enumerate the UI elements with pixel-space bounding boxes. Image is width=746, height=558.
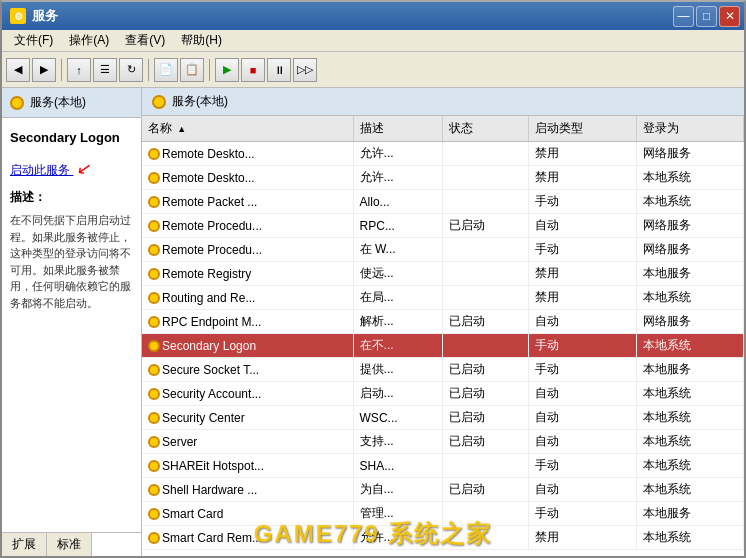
service-logon-cell: 本地服务	[636, 262, 743, 286]
service-name-text: Smart Card	[162, 507, 223, 521]
table-row[interactable]: Secure Socket T...提供...已启动手动本地服务	[142, 358, 744, 382]
tab-extended[interactable]: 扩展	[2, 533, 47, 556]
service-desc-cell: 管理...	[353, 502, 443, 526]
service-name-text: Smart Card Rem...	[162, 531, 262, 545]
service-status-cell	[443, 454, 529, 478]
services-table[interactable]: 名称 ▲ 描述 状态 启动类型 登录为 Remote Deskto...允许..…	[142, 116, 744, 556]
table-row[interactable]: Server支持...已启动自动本地系统	[142, 430, 744, 454]
left-panel-title: 服务(本地)	[30, 94, 86, 111]
col-name[interactable]: 名称 ▲	[142, 116, 353, 142]
service-name-text: Remote Procedu...	[162, 219, 262, 233]
table-row[interactable]: Smart Card管理...手动本地服务	[142, 502, 744, 526]
stop-service-button[interactable]: ■	[241, 58, 265, 82]
service-name-text: Remote Procedu...	[162, 243, 262, 257]
forward-button[interactable]: ▶	[32, 58, 56, 82]
up-button[interactable]: ↑	[67, 58, 91, 82]
service-icon	[148, 244, 160, 256]
service-desc-cell: 解析...	[353, 310, 443, 334]
table-row[interactable]: Remote Packet ...Allo...手动本地系统	[142, 190, 744, 214]
pause-service-button[interactable]: ⏸	[267, 58, 291, 82]
left-panel-body: Secondary Logon 启动此服务 ↙ 描述： 在不同凭据下启用启动过程…	[2, 118, 141, 532]
service-startup-cell: 禁用	[529, 142, 636, 166]
menu-file[interactable]: 文件(F)	[6, 30, 61, 51]
table-row[interactable]: Remote Deskto...允许...禁用本地系统	[142, 166, 744, 190]
col-logon[interactable]: 登录为	[636, 116, 743, 142]
table-row[interactable]: SHAREit Hotspot...SHA...手动本地系统	[142, 454, 744, 478]
service-name-cell: Remote Packet ...	[142, 190, 353, 214]
import-button[interactable]: 📋	[180, 58, 204, 82]
service-desc-cell: RPC...	[353, 214, 443, 238]
table-row[interactable]: Secondary Logon在不...手动本地系统	[142, 334, 744, 358]
service-name-text: Remote Packet ...	[162, 195, 257, 209]
table-row[interactable]: Remote Procedu...RPC...已启动自动网络服务	[142, 214, 744, 238]
service-icon	[148, 316, 160, 328]
table-row[interactable]: Routing and Re...在局...禁用本地系统	[142, 286, 744, 310]
right-panel-header: 服务(本地)	[142, 88, 744, 116]
service-name-text: Secure Socket T...	[162, 363, 259, 377]
service-name-cell: RPC Endpoint M...	[142, 310, 353, 334]
service-name-cell: Secure Socket T...	[142, 358, 353, 382]
right-panel-title: 服务(本地)	[172, 93, 228, 110]
service-name-text: Shell Hardware ...	[162, 483, 257, 497]
service-desc-cell: 允许...	[353, 166, 443, 190]
gear-icon	[10, 96, 24, 110]
service-icon	[148, 292, 160, 304]
main-window: ⚙ 服务 — □ ✕ 文件(F) 操作(A) 查看(V) 帮助(H) ◀ ▶ ↑…	[0, 0, 746, 558]
table-row[interactable]: Security CenterWSC...已启动自动本地系统	[142, 406, 744, 430]
export-button[interactable]: 📄	[154, 58, 178, 82]
service-startup-cell: 自动	[529, 310, 636, 334]
service-startup-cell: 自动	[529, 478, 636, 502]
table-row[interactable]: Remote Procedu...在 W...手动网络服务	[142, 238, 744, 262]
service-name-text: Remote Deskto...	[162, 147, 255, 161]
col-startup[interactable]: 启动类型	[529, 116, 636, 142]
back-button[interactable]: ◀	[6, 58, 30, 82]
maximize-button[interactable]: □	[696, 6, 717, 27]
right-panel: 服务(本地) 名称 ▲ 描述 状态 启动类型 登录为	[142, 88, 744, 556]
service-desc-cell: Allo...	[353, 190, 443, 214]
close-button[interactable]: ✕	[719, 6, 740, 27]
menu-action[interactable]: 操作(A)	[61, 30, 117, 51]
service-startup-cell: 自动	[529, 382, 636, 406]
service-name-cell: Remote Registry	[142, 262, 353, 286]
service-logon-cell: 本地系统	[636, 478, 743, 502]
service-logon-cell: 本地服务	[636, 358, 743, 382]
start-service-button[interactable]: ▶	[215, 58, 239, 82]
table-row[interactable]: Security Account...启动...已启动自动本地系统	[142, 382, 744, 406]
service-name-text: Remote Deskto...	[162, 171, 255, 185]
service-name-cell: Routing and Re...	[142, 286, 353, 310]
service-status-cell: 已启动	[443, 478, 529, 502]
tab-standard[interactable]: 标准	[47, 533, 92, 556]
sort-arrow: ▲	[177, 124, 186, 134]
service-icon	[148, 268, 160, 280]
table-row[interactable]: Remote Deskto...允许...禁用网络服务	[142, 142, 744, 166]
service-status-cell	[443, 502, 529, 526]
service-icon	[148, 532, 160, 544]
service-icon	[148, 436, 160, 448]
service-status-cell	[443, 238, 529, 262]
menu-view[interactable]: 查看(V)	[117, 30, 173, 51]
service-desc-cell: 提供...	[353, 358, 443, 382]
table-row[interactable]: Smart Card Rem...允许...禁用本地系统	[142, 526, 744, 550]
menu-help[interactable]: 帮助(H)	[173, 30, 230, 51]
service-desc-cell: 支持...	[353, 430, 443, 454]
service-startup-cell: 手动	[529, 190, 636, 214]
titlebar-buttons: — □ ✕	[673, 6, 740, 27]
col-status[interactable]: 状态	[443, 116, 529, 142]
service-status-cell	[443, 334, 529, 358]
service-status-cell	[443, 526, 529, 550]
toolbar-sep-2	[148, 59, 149, 81]
minimize-button[interactable]: —	[673, 6, 694, 27]
table-row[interactable]: RPC Endpoint M...解析...已启动自动网络服务	[142, 310, 744, 334]
start-service-link[interactable]: 启动此服务 ↙	[10, 157, 133, 179]
service-logon-cell: 本地系统	[636, 526, 743, 550]
resume-service-button[interactable]: ▷▷	[293, 58, 317, 82]
service-desc-cell: WSC...	[353, 406, 443, 430]
refresh-button[interactable]: ↻	[119, 58, 143, 82]
service-name-cell: Remote Deskto...	[142, 166, 353, 190]
service-logon-cell: 网络服务	[636, 214, 743, 238]
table-row[interactable]: Shell Hardware ...为自...已启动自动本地系统	[142, 478, 744, 502]
table-row[interactable]: Remote Registry使远...禁用本地服务	[142, 262, 744, 286]
show-hide-button[interactable]: ☰	[93, 58, 117, 82]
col-desc[interactable]: 描述	[353, 116, 443, 142]
service-icon	[148, 508, 160, 520]
